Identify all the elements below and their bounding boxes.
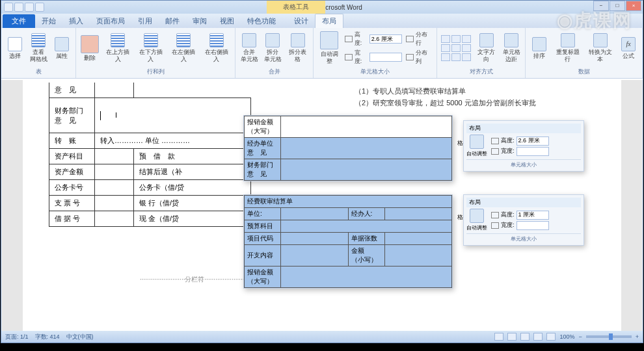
cell[interactable]: 财务部门 意 见 <box>49 98 95 133</box>
cell[interactable]: 现 金（借/贷 <box>134 211 251 227</box>
cell[interactable]: 银 行（借/贷 <box>134 196 251 211</box>
distribute-rows-button[interactable]: 分布行 <box>406 31 433 47</box>
cell[interactable] <box>95 211 134 227</box>
cell[interactable]: 公务卡（借/贷 <box>134 180 251 196</box>
align-br-icon[interactable] <box>462 53 471 61</box>
fullscreen-view-icon[interactable] <box>507 333 517 341</box>
repeat-header-button[interactable]: 重复标题行 <box>553 33 582 63</box>
tab-pagelayout[interactable]: 页面布局 <box>90 14 131 28</box>
zoom-level[interactable]: 100% <box>559 333 574 340</box>
cell <box>281 220 452 233</box>
width-spinner[interactable]: 宽度: <box>345 49 402 66</box>
align-mc-icon[interactable] <box>451 44 461 52</box>
tab-references[interactable]: 引用 <box>131 14 159 28</box>
cell[interactable]: 借 据 号 <box>49 211 95 227</box>
sort-button[interactable]: 排序 <box>530 37 549 60</box>
align-bc-icon[interactable] <box>451 53 461 61</box>
web-view-icon[interactable] <box>520 333 530 341</box>
delete-button[interactable]: 删除 <box>80 35 100 62</box>
zoom-slider[interactable] <box>586 335 632 338</box>
zoom-thumb[interactable] <box>609 333 613 340</box>
align-mr-icon[interactable] <box>462 44 471 52</box>
save-icon[interactable] <box>14 3 23 12</box>
autofit-button[interactable]: 自动调整 <box>317 31 341 65</box>
draft-view-icon[interactable] <box>546 333 556 341</box>
cell[interactable]: 预 借 款 <box>134 149 251 164</box>
tab-file[interactable]: 文件 <box>3 14 35 28</box>
text-direction-button[interactable]: 文字方向 <box>475 33 498 63</box>
align-tr-icon[interactable] <box>462 35 471 43</box>
insert-below-button[interactable]: 在下方插入 <box>137 33 166 63</box>
tab-view[interactable]: 视图 <box>213 14 241 28</box>
cell[interactable] <box>95 196 134 211</box>
gridlines-button[interactable]: 查看 网格线 <box>29 33 48 63</box>
close-button[interactable]: × <box>626 1 641 11</box>
height-input[interactable] <box>369 34 402 44</box>
mini-width-input-2[interactable] <box>517 221 549 230</box>
width-input[interactable] <box>369 53 402 62</box>
formula-button[interactable]: fx公式 <box>619 37 638 60</box>
cell[interactable]: 公务卡号 <box>49 180 95 196</box>
autofit-icon <box>470 209 484 223</box>
cell[interactable]: 转 账 <box>49 133 95 149</box>
page-indicator[interactable]: 页面: 1/1 <box>5 333 29 341</box>
cell[interactable]: 意 见 <box>49 83 95 98</box>
insert-right-button[interactable]: 在右侧插入 <box>202 33 232 63</box>
tab-home[interactable]: 开始 <box>35 14 62 28</box>
cell[interactable] <box>95 180 134 196</box>
align-bl-icon[interactable] <box>441 53 450 61</box>
cell[interactable]: 支 票 号 <box>49 196 95 211</box>
merge-cells-button[interactable]: 合并 单元格 <box>239 33 259 63</box>
maximize-button[interactable]: □ <box>610 1 625 11</box>
select-button[interactable]: 选择 <box>5 37 25 60</box>
properties-button[interactable]: 属性 <box>52 37 72 60</box>
undo-icon[interactable] <box>25 3 34 12</box>
tab-insert[interactable]: 插入 <box>62 14 90 28</box>
tab-mailings[interactable]: 邮件 <box>159 14 186 28</box>
zoom-out-button[interactable]: − <box>578 333 582 340</box>
convert-button[interactable]: 转换为文本 <box>586 33 615 63</box>
align-tl-icon[interactable] <box>441 35 450 43</box>
print-layout-view-icon[interactable] <box>494 333 503 341</box>
cell: 预算科目 <box>245 220 281 233</box>
zoom-in-button[interactable]: + <box>636 333 639 340</box>
tab-review[interactable]: 审阅 <box>186 14 213 28</box>
split-cells-button[interactable]: 拆分 单元格 <box>263 33 282 63</box>
cell: 金额 （小写） <box>348 245 384 266</box>
tab-special[interactable]: 特色功能 <box>241 14 282 28</box>
word-icon[interactable] <box>4 3 13 12</box>
cell[interactable]: 资产科目 <box>49 149 95 164</box>
word-count[interactable]: 字数: 414 <box>35 333 60 341</box>
insert-left-button[interactable]: 在左侧插入 <box>169 33 198 63</box>
alignment-grid[interactable] <box>441 35 471 61</box>
cell-margins-button[interactable]: 单元格 边距 <box>502 33 521 63</box>
language-indicator[interactable]: 中文(中国) <box>66 333 94 341</box>
minimize-button[interactable]: − <box>593 1 609 11</box>
window-controls: − □ × <box>593 1 641 11</box>
cell[interactable]: 资产金额 <box>49 164 95 180</box>
cell[interactable] <box>95 83 134 98</box>
split-table-button[interactable]: 拆分表格 <box>286 33 309 63</box>
tab-design[interactable]: 设计 <box>288 14 315 28</box>
mini-height-input-2[interactable] <box>517 211 549 220</box>
section-break-marker: ·························分栏符············… <box>140 275 250 284</box>
distribute-cols-button[interactable]: 分布列 <box>406 49 433 66</box>
mini-height-input[interactable] <box>517 136 549 146</box>
cell[interactable]: 转入………… 单位 ………… <box>95 133 251 149</box>
cell[interactable]: 结算后退（补 <box>134 164 251 180</box>
redo-icon[interactable] <box>35 3 44 12</box>
tab-layout[interactable]: 布局 <box>315 14 343 28</box>
main-form-table[interactable]: 意 见 财务部门 意 见 I 转 账转入………… 单位 ………… 资产科目预 借… <box>49 83 251 227</box>
outline-view-icon[interactable] <box>533 333 543 341</box>
align-tc-icon[interactable] <box>451 35 461 43</box>
cell[interactable] <box>95 149 134 164</box>
height-spinner[interactable]: 高度: <box>345 31 402 47</box>
convert-icon <box>593 33 608 47</box>
cell[interactable] <box>134 83 251 98</box>
align-ml-icon[interactable] <box>441 44 450 52</box>
width-icon <box>491 148 499 155</box>
mini-width-input[interactable] <box>517 147 549 156</box>
cell[interactable] <box>95 164 134 180</box>
cell-with-cursor[interactable]: I <box>95 98 251 133</box>
insert-above-button[interactable]: 在上方插入 <box>103 33 133 63</box>
